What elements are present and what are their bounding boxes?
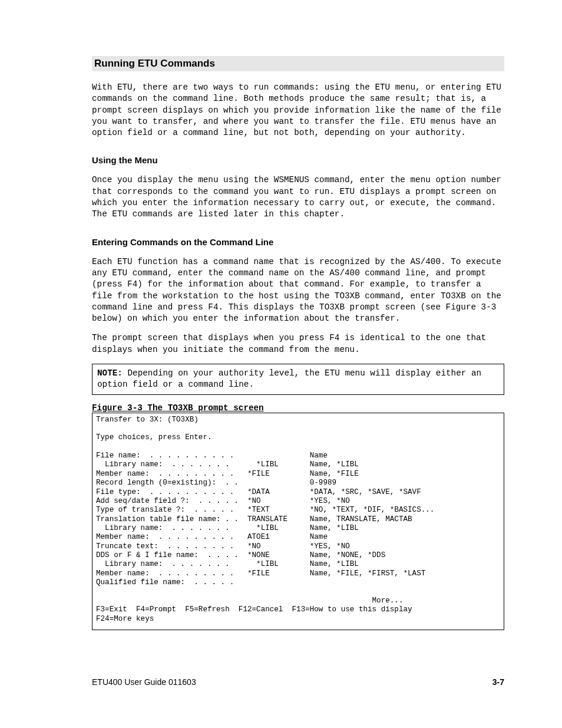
paragraph-using-menu: Once you display the menu using the WSME… (92, 174, 504, 220)
note-text: Depending on your authority level, the E… (97, 368, 481, 389)
terminal-screen: Transfer to 3X: (TO3XB) Type choices, pr… (92, 413, 504, 630)
paragraph-cmd-line-2: The prompt screen that displays when you… (92, 332, 504, 355)
footer-doc-title: ETU400 User Guide 011603 (92, 677, 196, 687)
figure-caption: Figure 3-3 The TO3XB prompt screen (92, 403, 504, 413)
terminal-content: Transfer to 3X: (TO3XB) Type choices, pr… (96, 416, 500, 624)
footer-page-number: 3-7 (492, 677, 504, 687)
paragraph-intro: With ETU, there are two ways to run comm… (92, 82, 504, 139)
paragraph-cmd-line-1: Each ETU function has a command name tha… (92, 256, 504, 325)
note-label: NOTE: (97, 368, 123, 378)
heading-running-etu-commands: Running ETU Commands (92, 56, 504, 71)
heading-using-the-menu: Using the Menu (92, 155, 504, 165)
heading-entering-commands: Entering Commands on the Command Line (92, 237, 504, 247)
note-box: NOTE: Depending on your authority level,… (92, 364, 504, 395)
